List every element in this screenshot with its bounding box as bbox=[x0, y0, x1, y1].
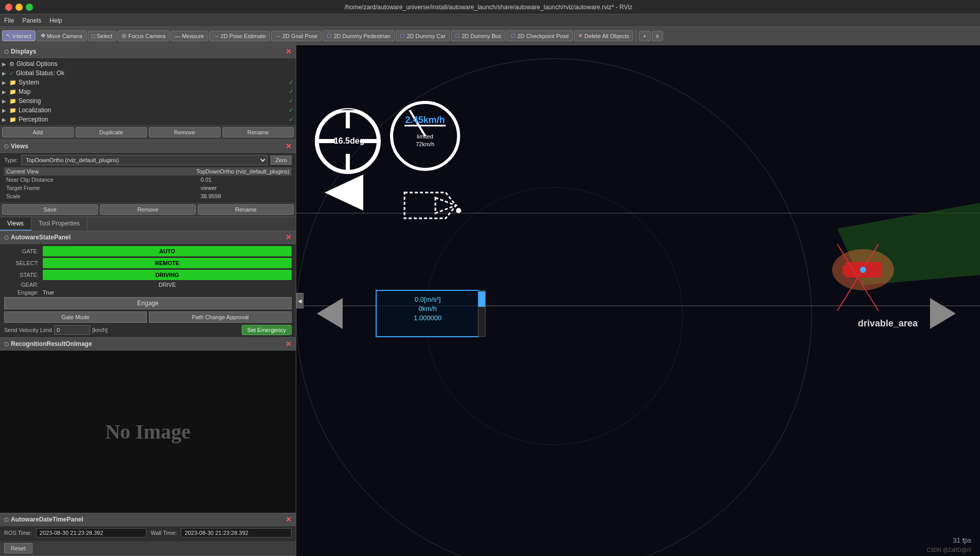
displays-tree-item-sensing[interactable]: ▶ 📁 Sensing ✓ bbox=[0, 96, 296, 106]
engage-button[interactable]: Engage bbox=[4, 297, 292, 309]
menu-help[interactable]: Help bbox=[49, 17, 62, 24]
tab-tool-properties[interactable]: Tool Properties bbox=[31, 217, 88, 231]
reset-button[interactable]: Reset bbox=[4, 543, 32, 553]
datetime-close-button[interactable]: ✕ bbox=[285, 515, 292, 524]
system-checkbox[interactable]: ✓ bbox=[289, 79, 294, 86]
recognition-panel-icon: ⬡ bbox=[4, 341, 9, 347]
svg-text:1.000000: 1.000000 bbox=[414, 314, 442, 322]
perception-checkbox[interactable]: ✓ bbox=[289, 116, 294, 123]
svg-point-34 bbox=[456, 208, 461, 213]
send-velocity-row: Send Velocity Limit [km/h] Set Emergency bbox=[4, 325, 292, 335]
save-view-button[interactable]: Save bbox=[2, 204, 98, 215]
more-icon: ≡ bbox=[656, 33, 659, 39]
dummy-pedestrian-icon: ⬡ bbox=[327, 32, 332, 39]
table-row: Near Clip Distance 0.01 bbox=[4, 176, 292, 184]
engage-row: Engage: True bbox=[4, 289, 292, 296]
datetime-content: ROS Time: 2023-08-30 21:23:28.392 Wall T… bbox=[0, 526, 296, 541]
localization-checkbox[interactable]: ✓ bbox=[289, 107, 294, 114]
maximize-button[interactable] bbox=[26, 4, 33, 11]
visualization-panel[interactable]: 0.0[m/s²] 0km/h 1.000000 -16.5deg bbox=[296, 45, 980, 556]
svg-text:2.45km/h: 2.45km/h bbox=[405, 115, 445, 125]
views-type-select[interactable]: TopDownOrtho (rviz_default_plugins) bbox=[21, 155, 267, 165]
dummy-car-icon: ⬡ bbox=[400, 32, 405, 39]
titlebar: /home/zard/autoware_universe/install/aut… bbox=[0, 0, 980, 14]
folder-icon: 📁 bbox=[9, 98, 16, 105]
autoware-state-icon: ⬡ bbox=[4, 235, 9, 240]
table-row: Scale 38.9598 bbox=[4, 192, 292, 200]
toolbar-delete-all[interactable]: ✕ Delete All Objects bbox=[574, 30, 633, 41]
toolbar-checkpoint-pose[interactable]: ⬡ 2D Checkpoint Pose bbox=[506, 30, 573, 41]
folder-icon: 📁 bbox=[9, 89, 16, 95]
autoware-state-close-button[interactable]: ✕ bbox=[285, 233, 292, 241]
toolbar-more[interactable]: ≡ bbox=[652, 31, 663, 41]
displays-tree-item-map[interactable]: ▶ 📁 Map ✓ bbox=[0, 87, 296, 96]
send-velocity-input[interactable] bbox=[54, 325, 90, 335]
toolbar-select[interactable]: □ Select bbox=[88, 31, 116, 41]
rename-view-button[interactable]: Rename bbox=[198, 204, 294, 215]
datetime-panel-title: AutowareDateTimePanel bbox=[11, 516, 83, 523]
close-button[interactable] bbox=[5, 4, 12, 11]
toolbar-measure[interactable]: — Measure bbox=[171, 31, 208, 41]
goal-pose-icon: → bbox=[275, 33, 281, 39]
toolbar-add[interactable]: + bbox=[639, 31, 650, 41]
current-view-header: Current View TopDownOrtho (rviz_default_… bbox=[4, 167, 292, 176]
toolbar-interact[interactable]: ↖ Interact bbox=[2, 30, 36, 41]
move-camera-icon: ✥ bbox=[41, 32, 45, 39]
toolbar-dummy-pedestrian[interactable]: ⬡ 2D Dummy Pedestrian bbox=[323, 30, 395, 41]
autoware-state-content: GATE: AUTO SELECT: REMOTE STATE: DRIVING… bbox=[0, 244, 296, 337]
table-row: Target Frame viewer bbox=[4, 184, 292, 192]
rename-display-button[interactable]: Rename bbox=[223, 127, 294, 137]
add-display-button[interactable]: Add bbox=[2, 127, 74, 137]
svg-text:0km/h: 0km/h bbox=[418, 305, 436, 312]
datetime-panel: ⬡ AutowareDateTimePanel ✕ ROS Time: 2023… bbox=[0, 513, 296, 556]
toolbar-2d-pose-estimate[interactable]: → 2D Pose Estimate bbox=[209, 31, 270, 41]
sensing-checkbox[interactable]: ✓ bbox=[289, 97, 294, 105]
duplicate-display-button[interactable]: Duplicate bbox=[76, 127, 147, 137]
toolbar-separator bbox=[636, 30, 636, 42]
toolbar-2d-goal-pose[interactable]: → 2D Goal Pose bbox=[271, 31, 322, 41]
displays-tree-item-global-options[interactable]: ▶ ⚙ Global Options bbox=[0, 59, 296, 68]
views-zero-button[interactable]: Zero bbox=[271, 155, 292, 165]
autoware-state-panel-title: AutowareStatePanel bbox=[11, 234, 71, 241]
svg-text:drivable_area: drivable_area bbox=[858, 318, 918, 328]
menu-file[interactable]: File bbox=[4, 17, 14, 24]
displays-tree-item-perception[interactable]: ▶ 📁 Perception ✓ bbox=[0, 115, 296, 124]
add-icon: + bbox=[643, 33, 646, 39]
select-row: SELECT: REMOTE bbox=[4, 258, 292, 268]
displays-panel: ⬡ Displays ✕ ▶ ⚙ Global Options ▶ ✓ Glob… bbox=[0, 45, 296, 140]
remove-view-button[interactable]: Remove bbox=[100, 204, 196, 215]
displays-tree-item-localization[interactable]: ▶ 📁 Localization ✓ bbox=[0, 106, 296, 115]
expand-panel-button[interactable]: ◀ bbox=[296, 293, 303, 308]
recognition-close-button[interactable]: ✕ bbox=[285, 340, 292, 348]
recognition-panel-title: RecognitionResultOnImage bbox=[11, 340, 92, 348]
gear-icon: ⚙ bbox=[9, 61, 14, 67]
gate-path-row: Gate Mode Path Change Approval bbox=[4, 311, 292, 323]
set-emergency-button[interactable]: Set Emergency bbox=[242, 325, 292, 335]
displays-close-button[interactable]: ✕ bbox=[285, 47, 292, 56]
toolbar-dummy-bus[interactable]: ⬡ 2D Dummy Bus bbox=[451, 30, 505, 41]
window-title: /home/zard/autoware_universe/install/aut… bbox=[33, 4, 944, 11]
svg-text:CSDN @ZaRD@r0: CSDN @ZaRD@r0 bbox=[927, 547, 972, 553]
displays-tree-item-global-status[interactable]: ▶ ✓ Global Status: Ok bbox=[0, 68, 296, 78]
toolbar-move-camera[interactable]: ✥ Move Camera bbox=[37, 30, 87, 41]
menu-panels[interactable]: Panels bbox=[22, 17, 41, 24]
path-change-approval-button[interactable]: Path Change Approval bbox=[149, 311, 292, 323]
toolbar-focus-camera[interactable]: ◎ Focus Camera bbox=[117, 30, 170, 41]
svg-point-11 bbox=[860, 267, 866, 273]
minimize-button[interactable] bbox=[15, 4, 23, 11]
views-close-button[interactable]: ✕ bbox=[285, 142, 292, 150]
window-controls[interactable] bbox=[5, 4, 33, 11]
views-panel: ⬡ Views ✕ Type: TopDownOrtho (rviz_defau… bbox=[0, 140, 296, 217]
send-velocity-label: Send Velocity Limit bbox=[4, 327, 52, 333]
toolbar-dummy-car[interactable]: ⬡ 2D Dummy Car bbox=[396, 30, 450, 41]
displays-tree-item-system[interactable]: ▶ 📁 System ✓ bbox=[0, 78, 296, 87]
autoware-state-panel: ⬡ AutowareStatePanel ✕ GATE: AUTO SELECT… bbox=[0, 231, 296, 338]
state-row: STATE: DRIVING bbox=[4, 270, 292, 280]
svg-text:31 fps: 31 fps bbox=[953, 536, 972, 544]
tab-views[interactable]: Views bbox=[0, 217, 31, 231]
svg-text:0.0[m/s²]: 0.0[m/s²] bbox=[415, 296, 441, 303]
gate-mode-button[interactable]: Gate Mode bbox=[4, 311, 147, 323]
map-checkbox[interactable]: ✓ bbox=[289, 88, 294, 95]
remove-display-button[interactable]: Remove bbox=[149, 127, 221, 137]
current-view-table: Near Clip Distance 0.01 Target Frame vie… bbox=[4, 176, 292, 200]
